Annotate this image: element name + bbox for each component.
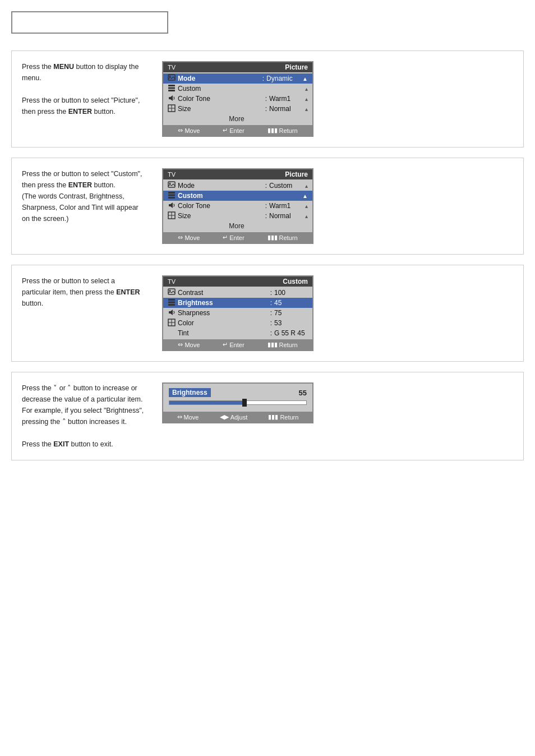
footer-item: ▮▮▮Return xyxy=(268,413,298,421)
menu-row[interactable]: Tint:G 55 R 45 xyxy=(163,328,312,338)
row-colon: : xyxy=(265,202,267,210)
menu-row[interactable]: Size:Normal▴ xyxy=(163,104,312,114)
menu-row[interactable]: Mode:Dynamic▲ xyxy=(163,73,312,84)
move-icon: ⇔ xyxy=(178,341,183,348)
row-colon: : xyxy=(270,289,272,297)
footer-label: Move xyxy=(185,342,200,348)
menu-tv-label: TV xyxy=(168,171,176,178)
svg-point-19 xyxy=(169,290,171,292)
footer-label: Return xyxy=(279,234,298,241)
menu-row[interactable]: Custom▴ xyxy=(163,84,312,94)
row-label: Color xyxy=(178,319,268,327)
menu-body: Mode:Custom▴Custom▲Color Tone:Warm1▴Size… xyxy=(163,179,312,232)
return-icon: ▮▮▮ xyxy=(268,234,278,241)
size-icon xyxy=(165,211,178,220)
menu-tv-label: TV xyxy=(168,278,176,285)
return-icon: ▮▮▮ xyxy=(268,127,278,134)
row-label: Sharpness xyxy=(178,309,268,317)
row-arrow: ▴ xyxy=(305,213,308,219)
menu-right-label: Custom xyxy=(283,278,308,285)
slider-thumb[interactable] xyxy=(242,399,247,407)
menu-row[interactable]: Brightness:45 xyxy=(163,298,312,308)
row-arrow: ▲ xyxy=(302,76,308,82)
row-value: Normal xyxy=(269,105,303,113)
footer-item: ↵Enter xyxy=(223,127,244,134)
slider-fill xyxy=(169,401,245,404)
menu-row[interactable]: Custom▲ xyxy=(163,191,312,201)
menu-row[interactable]: More xyxy=(163,221,312,231)
section-2: Press the or button to select "Custom", … xyxy=(11,158,524,255)
section-3: Press the or button to select a particul… xyxy=(11,265,524,362)
menu-row[interactable]: Size:Normal▴ xyxy=(163,211,312,221)
menu-header: TVCustom xyxy=(163,276,312,287)
footer-label: Return xyxy=(279,127,298,134)
slider-track[interactable] xyxy=(169,400,307,405)
menu-row[interactable]: Mode:Custom▴ xyxy=(163,181,312,191)
slider-label-row: Brightness55 xyxy=(169,388,307,397)
menu-row[interactable]: Color Tone:Warm1▴ xyxy=(163,94,312,104)
footer-item: ⇔Move xyxy=(177,413,199,421)
svg-rect-4 xyxy=(168,90,175,91)
menu-body: Contrast:100Brightness:45Sharpness:75Col… xyxy=(163,287,312,339)
footer-label: Return xyxy=(280,414,298,421)
row-colon: : xyxy=(265,212,267,220)
svg-rect-3 xyxy=(168,87,175,89)
menu-footer: ⇔Move↵Enter▮▮▮Return xyxy=(163,232,312,243)
menu-row[interactable]: Color:53 xyxy=(163,318,312,328)
menu-row[interactable]: Contrast:100 xyxy=(163,288,312,298)
footer-item: ◀▶Adjust xyxy=(220,413,248,421)
size-icon xyxy=(165,104,178,113)
svg-marker-23 xyxy=(169,310,173,315)
footer-item: ↵Enter xyxy=(223,341,244,348)
section-1: Press the MENU button to display the men… xyxy=(11,50,524,147)
custom-icon xyxy=(165,84,178,93)
menu-row[interactable]: Sharpness:75 xyxy=(163,308,312,318)
menu-row[interactable]: More xyxy=(163,114,312,124)
row-colon: : xyxy=(270,329,272,337)
enter-icon: ↵ xyxy=(223,127,228,134)
row-arrow: ▲ xyxy=(302,193,308,199)
row-value: G 55 R 45 xyxy=(274,329,308,337)
menu-footer: ⇔Move↵Enter▮▮▮Return xyxy=(163,125,312,136)
row-colon: : xyxy=(262,75,264,82)
svg-marker-14 xyxy=(169,202,173,208)
menu-header: TVPicture xyxy=(163,62,312,72)
svg-rect-12 xyxy=(168,195,175,196)
section-4: Press the ˅ or ˄ button to increase or d… xyxy=(11,372,524,460)
enter-icon: ↵ xyxy=(223,234,228,241)
svg-point-10 xyxy=(169,183,171,185)
section-text-2: Press the or button to select "Custom", … xyxy=(22,168,145,224)
custom-icon xyxy=(165,298,178,307)
svg-rect-11 xyxy=(168,192,175,193)
row-value: Warm1 xyxy=(269,202,303,210)
row-label: Mode xyxy=(178,75,260,82)
row-value: 53 xyxy=(274,319,308,327)
row-value: Custom xyxy=(269,182,303,190)
footer-label: Move xyxy=(185,234,200,241)
row-label: Custom xyxy=(178,192,300,200)
move-icon: ⇔ xyxy=(178,127,183,134)
footer-label: Move xyxy=(185,127,200,134)
row-label: Size xyxy=(178,105,263,113)
sound-icon xyxy=(165,94,178,103)
return-icon: ▮▮▮ xyxy=(268,413,278,421)
sound-icon xyxy=(165,201,178,210)
menu-right-label: Picture xyxy=(285,170,308,178)
menu-row[interactable]: Color Tone:Warm1▴ xyxy=(163,201,312,211)
row-label: Color Tone xyxy=(178,202,263,210)
footer-item: ⇔Move xyxy=(178,127,200,134)
menu-body: Mode:Dynamic▲Custom▴Color Tone:Warm1▴Siz… xyxy=(163,72,312,125)
row-arrow: ▴ xyxy=(305,96,308,102)
picture-icon xyxy=(165,181,178,190)
svg-rect-13 xyxy=(168,197,175,199)
footer-label: Move xyxy=(184,414,199,421)
tv-menu: TVPictureMode:Custom▴Custom▲Color Tone:W… xyxy=(162,168,313,244)
footer-item: ⇔Move xyxy=(178,234,200,241)
footer-item: ▮▮▮Return xyxy=(268,127,298,134)
page-title-box xyxy=(11,11,168,34)
picture-icon xyxy=(165,74,178,83)
row-label: Tint xyxy=(178,329,268,337)
size-icon xyxy=(165,319,178,328)
footer-item: ▮▮▮Return xyxy=(268,341,298,348)
row-value: 75 xyxy=(274,309,308,317)
